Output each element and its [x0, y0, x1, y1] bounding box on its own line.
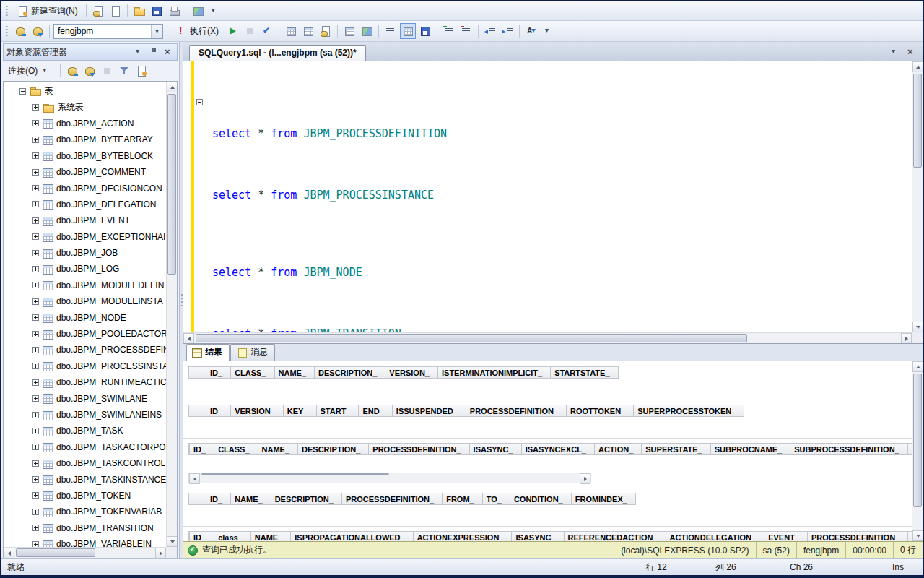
parse-button[interactable] — [259, 23, 275, 39]
toolbar-grip[interactable] — [5, 5, 9, 17]
column-header[interactable]: VERSION_ — [231, 405, 284, 417]
comment-lines-button[interactable] — [441, 23, 457, 39]
column-header[interactable]: KEY_ — [284, 405, 317, 417]
column-header[interactable]: TO_ — [483, 493, 510, 505]
column-header[interactable]: SUBPROCESSDEFINITION_ — [790, 443, 907, 455]
close-document-icon[interactable] — [905, 46, 917, 58]
scroll-thumb[interactable] — [913, 374, 922, 507]
column-header[interactable]: ISPROPAGATIONALLOWED_ — [291, 531, 413, 541]
results-vertical-scrollbar[interactable] — [912, 361, 923, 541]
column-header[interactable]: ISASYNCEXCL_ — [522, 443, 595, 455]
sql-code[interactable]: select * from JBPM_PROCESSDEFINITION sel… — [206, 61, 912, 332]
expand-toggle-icon[interactable] — [32, 363, 39, 369]
tree-item-table[interactable]: dbo.JBPM_EVENT — [4, 212, 166, 228]
new-query-button[interactable]: 新建查询(N) — [12, 3, 82, 20]
object-explorer-tree[interactable]: 表 系统表 dbo.JBPM_ACTION — [3, 81, 178, 558]
analysis-query-button[interactable] — [108, 3, 123, 19]
connect-menu-button[interactable]: 连接(O) — [4, 63, 56, 79]
tree-item-table[interactable]: dbo.JBPM_EXCEPTIONHAI — [4, 229, 166, 245]
tree-item-table[interactable]: dbo.JBPM_ACTION — [4, 116, 166, 131]
scroll-track[interactable] — [194, 333, 901, 343]
column-header[interactable]: START_ — [317, 405, 359, 417]
script-button[interactable] — [134, 63, 149, 79]
increase-indent-button[interactable] — [500, 23, 515, 39]
column-header[interactable]: ACTIONEXPRESSION_ — [414, 531, 513, 541]
print-button[interactable] — [166, 3, 182, 19]
tree-item-table[interactable]: dbo.JBPM_TASK — [4, 423, 166, 439]
results-to-text-button[interactable] — [383, 23, 398, 39]
scroll-up-button[interactable] — [167, 82, 178, 92]
window-position-icon[interactable] — [134, 46, 145, 58]
column-header[interactable]: ID_ — [206, 366, 231, 379]
uncomment-lines-button[interactable] — [458, 23, 474, 39]
expand-toggle-icon[interactable] — [32, 137, 39, 143]
actual-plan-button[interactable] — [341, 23, 357, 39]
column-header[interactable]: DESCRIPTION_ — [271, 493, 342, 505]
expand-toggle-icon[interactable] — [32, 185, 39, 191]
expand-toggle-icon[interactable] — [32, 217, 39, 224]
database-engine-query-button[interactable] — [90, 3, 106, 19]
column-header[interactable]: ISASYNC_ — [470, 443, 522, 455]
results-to-grid-button[interactable] — [400, 23, 416, 39]
scroll-track[interactable] — [912, 372, 923, 530]
tree-item-table[interactable]: dbo.JBPM_TRANSITION — [4, 520, 166, 536]
column-header[interactable]: CLASS_ — [231, 366, 274, 379]
scroll-thumb[interactable] — [16, 548, 95, 557]
column-header[interactable]: ROOTTOKEN_ — [567, 405, 634, 417]
grid-body[interactable] — [188, 379, 912, 395]
column-header[interactable]: PROCESSDEFINITION_ — [369, 443, 469, 455]
results-to-file-button[interactable] — [417, 23, 433, 39]
column-header[interactable]: NAME_ — [258, 443, 299, 455]
row-number-header[interactable] — [188, 366, 206, 379]
expand-toggle-icon[interactable] — [32, 169, 39, 176]
column-header[interactable]: FROMINDEX_ — [572, 493, 636, 505]
tree-item-table[interactable]: dbo.JBPM_LOG — [4, 261, 166, 277]
scroll-right-button[interactable] — [155, 548, 166, 558]
column-header[interactable]: SUPERPROCESSTOKEN_ — [634, 405, 744, 417]
column-header[interactable]: ID_ — [190, 531, 214, 541]
change-connection-button[interactable] — [30, 23, 45, 39]
scroll-track[interactable] — [167, 92, 177, 536]
scroll-thumb[interactable] — [167, 94, 176, 275]
save-button[interactable] — [149, 3, 165, 19]
column-header[interactable]: NAME_ — [231, 493, 271, 505]
expand-toggle-icon[interactable] — [32, 104, 39, 111]
stop-refresh-button[interactable] — [99, 63, 115, 79]
expand-toggle-icon[interactable] — [32, 525, 39, 531]
column-header[interactable]: EVENT_ — [764, 531, 808, 541]
decrease-indent-button[interactable] — [482, 23, 498, 39]
tree-item-table[interactable]: dbo.JBPM_SWIMLANEINS — [4, 407, 166, 423]
tree-item-table[interactable]: dbo.JBPM_PROCESSINSTA — [4, 358, 166, 374]
expand-toggle-icon[interactable] — [32, 120, 39, 126]
tree-item-table[interactable]: dbo.JBPM_BYTEARRAY — [4, 131, 166, 147]
scroll-up-button[interactable] — [912, 361, 923, 372]
tree-item-table[interactable]: dbo.JBPM_MODULEINSTA — [4, 293, 166, 309]
column-header[interactable]: VERSION_ — [385, 366, 438, 379]
tree-item-table[interactable]: dbo.JBPM_COMMENT — [4, 164, 166, 180]
expand-toggle-icon[interactable] — [32, 395, 39, 402]
grid-body[interactable] — [188, 417, 912, 434]
column-header[interactable]: FROM_ — [443, 493, 483, 505]
column-header[interactable]: CONDITION_ — [510, 493, 572, 505]
disconnect-button[interactable] — [64, 63, 80, 79]
expand-toggle-icon[interactable] — [32, 282, 39, 288]
expand-toggle-icon[interactable] — [32, 444, 39, 450]
refresh-button[interactable] — [82, 63, 97, 79]
connect-database-button[interactable] — [12, 23, 28, 39]
expand-toggle-icon[interactable] — [32, 266, 39, 272]
collapse-toggle-icon[interactable] — [19, 88, 26, 95]
column-header[interactable]: ISASYNC_ — [512, 531, 564, 541]
scroll-track[interactable] — [200, 473, 580, 483]
column-header[interactable]: STARTSTATE_ — [551, 366, 618, 379]
expand-toggle-icon[interactable] — [32, 379, 39, 386]
expand-toggle-icon[interactable] — [32, 314, 39, 321]
document-list-icon[interactable] — [889, 46, 901, 58]
expand-toggle-icon[interactable] — [32, 233, 39, 240]
close-icon[interactable] — [162, 46, 174, 58]
column-header[interactable]: PROCESSDEFINITION_ — [466, 405, 567, 417]
tree-item-table[interactable]: dbo.JBPM_TASKINSTANCE — [4, 471, 166, 487]
column-header[interactable]: ACTION_ — [595, 443, 642, 455]
tree-item-table[interactable]: dbo.JBPM_RUNTIMEACTIC — [4, 374, 166, 390]
expand-toggle-icon[interactable] — [32, 509, 39, 515]
scroll-left-button[interactable] — [183, 333, 194, 343]
